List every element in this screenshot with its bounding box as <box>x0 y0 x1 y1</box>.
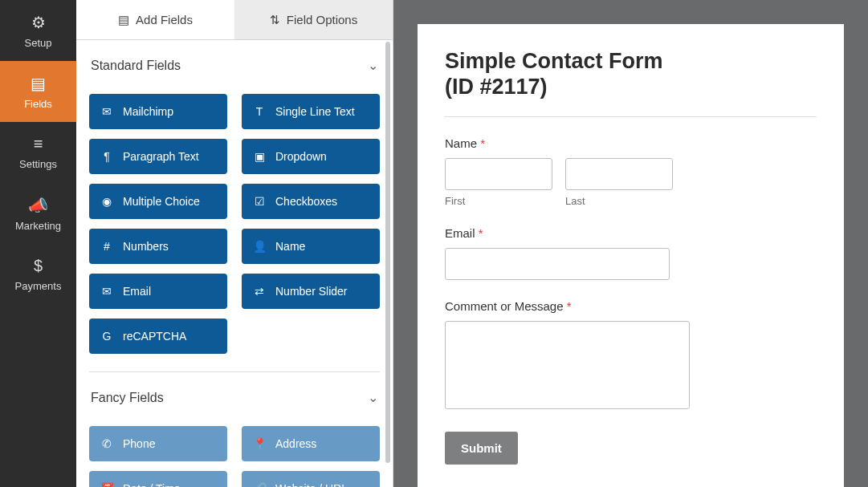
radio-icon: ◉ <box>100 195 113 208</box>
sliders-icon: ⇅ <box>270 13 280 27</box>
field-name[interactable]: 👤Name <box>242 229 380 264</box>
divider <box>445 116 817 117</box>
message-textarea[interactable] <box>445 321 690 409</box>
section-standard-fields[interactable]: Standard Fields ⌄ <box>89 40 380 83</box>
field-label: Multiple Choice <box>123 195 200 208</box>
phone-icon: ✆ <box>100 437 113 450</box>
label-text: Name <box>445 136 477 150</box>
field-paragraph-text[interactable]: ¶Paragraph Text <box>89 139 227 174</box>
field-label: Phone <box>123 437 155 450</box>
builder-panel: ▤ Add Fields ⇅ Field Options Standard Fi… <box>76 0 393 487</box>
field-number-slider[interactable]: ⇄Number Slider <box>242 274 380 309</box>
field-numbers[interactable]: #Numbers <box>89 229 227 264</box>
field-email[interactable]: ✉Email <box>89 274 227 309</box>
field-address[interactable]: 📍Address <box>242 426 380 461</box>
chevron-down-icon: ⌄ <box>368 58 378 73</box>
last-name-input[interactable] <box>565 158 673 190</box>
section-fancy-fields[interactable]: Fancy Fields ⌄ <box>89 372 380 415</box>
field-website-url[interactable]: 🔗Website / URL <box>242 471 380 487</box>
envelope-icon: ✉ <box>100 105 113 118</box>
field-label: Email <box>123 285 151 298</box>
google-icon: G <box>100 330 113 343</box>
fields-icon: ▤ <box>31 74 46 93</box>
field-label: reCAPTCHA <box>123 330 186 343</box>
field-label: Address <box>275 437 316 450</box>
tab-label: Field Options <box>287 13 357 26</box>
email-input[interactable] <box>445 248 670 280</box>
rail-fields[interactable]: ▤ Fields <box>0 61 76 122</box>
standard-fields-grid: ✉Mailchimp TSingle Line Text ¶Paragraph … <box>89 94 380 354</box>
sublabel-last: Last <box>565 195 673 207</box>
panel-scroll-area[interactable]: Standard Fields ⌄ ✉Mailchimp TSingle Lin… <box>76 40 393 487</box>
label-email: Email * <box>445 226 817 240</box>
tab-field-options[interactable]: ⇅ Field Options <box>234 0 393 39</box>
field-single-line-text[interactable]: TSingle Line Text <box>242 94 380 129</box>
sliders-icon: ≡ <box>34 135 43 153</box>
field-label: Name <box>275 240 305 253</box>
field-block-message: Comment or Message * <box>445 299 817 412</box>
label-text: Email <box>445 226 475 240</box>
field-multiple-choice[interactable]: ◉Multiple Choice <box>89 184 227 219</box>
tab-add-fields[interactable]: ▤ Add Fields <box>76 0 234 39</box>
dollar-icon: $ <box>34 257 43 275</box>
field-label: Mailchimp <box>123 105 173 118</box>
field-block-name: Name * First Last <box>445 136 817 207</box>
paragraph-icon: ¶ <box>100 150 113 163</box>
scrollbar[interactable] <box>385 42 390 463</box>
field-block-email: Email * <box>445 226 817 280</box>
gear-icon: ⚙ <box>31 13 46 32</box>
first-name-input[interactable] <box>445 158 552 190</box>
rail-setup[interactable]: ⚙ Setup <box>0 0 76 61</box>
panel-tabs: ▤ Add Fields ⇅ Field Options <box>76 0 393 40</box>
field-mailchimp[interactable]: ✉Mailchimp <box>89 94 227 129</box>
tab-label: Add Fields <box>136 13 193 26</box>
left-nav-rail: ⚙ Setup ▤ Fields ≡ Settings 📣 Marketing … <box>0 0 76 487</box>
field-label: Single Line Text <box>275 105 355 118</box>
rail-payments[interactable]: $ Payments <box>0 244 76 305</box>
sublabel-first: First <box>445 195 552 207</box>
form-title: Simple Contact Form (ID #2117) <box>445 48 817 100</box>
field-recaptcha[interactable]: GreCAPTCHA <box>89 319 227 354</box>
form-preview-card: Simple Contact Form (ID #2117) Name * Fi… <box>418 24 844 487</box>
field-date-time[interactable]: 📅Date / Time <box>89 471 227 487</box>
section-title: Fancy Fields <box>91 391 164 405</box>
field-label: Dropdown <box>275 150 327 163</box>
link-icon: 🔗 <box>253 482 266 487</box>
rail-settings[interactable]: ≡ Settings <box>0 122 76 183</box>
rail-label: Payments <box>15 280 62 292</box>
chevron-down-icon: ⌄ <box>368 390 378 405</box>
label-name: Name * <box>445 136 817 150</box>
label-text: Comment or Message <box>445 299 564 313</box>
field-dropdown[interactable]: ▣Dropdown <box>242 139 380 174</box>
field-phone[interactable]: ✆Phone <box>89 426 227 461</box>
rail-label: Setup <box>25 37 52 49</box>
required-mark: * <box>479 226 483 240</box>
rail-label: Fields <box>24 98 52 110</box>
pin-icon: 📍 <box>253 437 266 450</box>
list-icon: ▤ <box>118 13 129 27</box>
field-label: Numbers <box>123 240 169 253</box>
field-label: Website / URL <box>275 482 348 487</box>
section-title: Standard Fields <box>91 59 181 73</box>
form-title-text: Simple Contact Form <box>445 49 663 73</box>
field-label: Paragraph Text <box>123 150 199 163</box>
rail-marketing[interactable]: 📣 Marketing <box>0 183 76 244</box>
checkbox-icon: ☑ <box>253 195 266 208</box>
calendar-icon: 📅 <box>100 482 113 487</box>
bullhorn-icon: 📣 <box>28 196 48 215</box>
user-icon: 👤 <box>253 240 266 253</box>
field-checkboxes[interactable]: ☑Checkboxes <box>242 184 380 219</box>
submit-button[interactable]: Submit <box>445 432 518 465</box>
label-message: Comment or Message * <box>445 299 817 313</box>
preview-stage: Simple Contact Form (ID #2117) Name * Fi… <box>393 0 868 487</box>
text-icon: T <box>253 105 266 118</box>
fancy-fields-grid: ✆Phone 📍Address 📅Date / Time 🔗Website / … <box>89 426 380 487</box>
field-label: Date / Time <box>123 482 181 487</box>
required-mark: * <box>567 299 572 313</box>
rail-label: Settings <box>19 158 57 170</box>
required-mark: * <box>480 136 485 150</box>
hash-icon: # <box>100 240 113 253</box>
field-label: Number Slider <box>275 285 347 298</box>
sliders-icon: ⇄ <box>253 285 266 298</box>
dropdown-icon: ▣ <box>253 150 266 163</box>
